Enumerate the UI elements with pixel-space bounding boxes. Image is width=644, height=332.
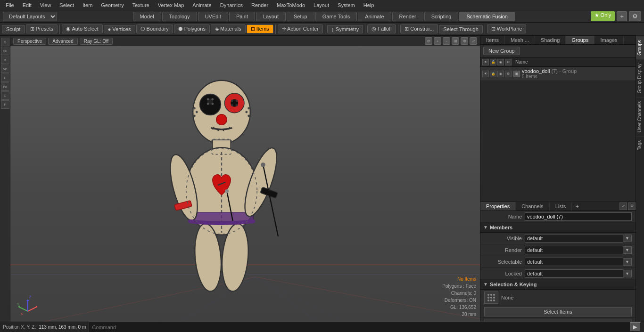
select-through-button[interactable]: Select Through — [439, 25, 482, 33]
locked-select[interactable]: default — [525, 269, 623, 278]
tab-items[interactable]: Items — [480, 36, 505, 44]
rs-tab-group-display[interactable]: Group Display — [636, 59, 644, 97]
tab-shading[interactable]: Shading — [535, 36, 566, 44]
auto-select-button[interactable]: ◉ Auto Select — [62, 24, 103, 33]
constrain-button[interactable]: ⊞ Constrai... — [400, 24, 438, 33]
sculpt-button[interactable]: Sculpt — [2, 25, 25, 33]
settings-button[interactable]: ⚙ — [629, 11, 641, 21]
layout-dropdown[interactable]: Default Layouts — [3, 12, 57, 21]
boundary-button[interactable]: ⬡ Boundary — [136, 24, 173, 33]
viewport[interactable]: Perspective Advanced Ray GL: Off ⟳ + - ⊞… — [10, 36, 480, 322]
sidebar-tool-7[interactable]: C — [1, 91, 9, 100]
menu-help[interactable]: Help — [360, 1, 378, 9]
sidebar-tool-6[interactable]: Po — [1, 82, 9, 91]
tab-channels[interactable]: Channels — [516, 202, 549, 211]
materials-button[interactable]: ◈ Materials — [211, 24, 246, 33]
menu-render[interactable]: Render — [248, 1, 272, 9]
group-lock-icon[interactable]: 🔒 — [490, 71, 496, 77]
menu-item[interactable]: Item — [79, 1, 96, 9]
command-input[interactable] — [89, 324, 630, 331]
sidebar-tool-2[interactable]: Du — [1, 47, 9, 55]
tab-uvedit[interactable]: UVEdit — [198, 12, 228, 21]
menu-maxtomodo[interactable]: MaxToModo — [273, 1, 309, 9]
sidebar-tool-4[interactable]: Ve — [1, 65, 9, 73]
group-settings-icon[interactable]: ⚙ — [505, 71, 512, 77]
viewport-icon-settings[interactable]: ⚙ — [461, 37, 468, 45]
menu-layout[interactable]: Layout — [310, 1, 333, 9]
tab-mesh[interactable]: Mesh ... — [505, 36, 535, 44]
items-button[interactable]: ⊡ Items — [247, 24, 273, 33]
props-icon-expand[interactable]: ⤢ — [619, 202, 627, 210]
viewport-icon-rotate[interactable]: ⟳ — [425, 37, 432, 45]
locked-arrow[interactable]: ▼ — [623, 270, 632, 277]
rs-tab-tags[interactable]: Tags — [636, 136, 644, 154]
polygons-button[interactable]: ⬢ Polygons — [174, 24, 210, 33]
menu-view[interactable]: View — [36, 1, 55, 9]
render-arrow[interactable]: ▼ — [623, 246, 632, 254]
tab-paint[interactable]: Paint — [229, 12, 255, 21]
tab-topology[interactable]: Topology — [162, 12, 197, 21]
tab-scripting[interactable]: Scripting — [424, 12, 459, 21]
menu-texture[interactable]: Texture — [129, 1, 153, 9]
falloff-button[interactable]: ◎ Falloff — [367, 24, 396, 33]
vertices-button[interactable]: ● Vertices — [104, 25, 135, 33]
menu-file[interactable]: File — [2, 1, 18, 9]
tab-images[interactable]: Images — [594, 36, 623, 44]
selectable-select[interactable]: default — [525, 258, 623, 266]
visible-arrow[interactable]: ▼ — [623, 235, 632, 242]
viewport-perspective-btn[interactable]: Perspective — [13, 38, 46, 45]
tab-groups[interactable]: Groups — [566, 36, 594, 44]
rs-tab-groups[interactable]: Groups — [636, 36, 644, 59]
sidebar-tool-3[interactable]: M — [1, 56, 9, 64]
menu-vertex-map[interactable]: Vertex Map — [154, 1, 188, 9]
menu-animate[interactable]: Animate — [189, 1, 215, 9]
menu-select[interactable]: Select — [56, 1, 78, 9]
tab-model[interactable]: Model — [133, 12, 161, 21]
symmetry-button[interactable]: ⫿ Symmetry — [327, 25, 363, 33]
sel-key-section-header[interactable]: ▼ Selection & Keying — [480, 280, 636, 290]
presets-button[interactable]: ⊞ Presets — [26, 24, 58, 33]
viewport-icon-fit[interactable]: ⊞ — [452, 37, 459, 45]
tab-animate[interactable]: Animate — [358, 12, 391, 21]
command-submit-button[interactable]: ▶ — [630, 322, 641, 332]
tab-properties[interactable]: Properties — [480, 202, 516, 211]
visible-select[interactable]: default — [525, 234, 623, 243]
new-group-button[interactable]: New Group — [483, 47, 520, 55]
tab-schematic-fusion[interactable]: Schematic Fusion — [459, 12, 514, 21]
viewport-icon-zoom-in[interactable]: + — [434, 37, 441, 45]
menu-geometry[interactable]: Geometry — [97, 1, 127, 9]
menu-edit[interactable]: Edit — [19, 1, 35, 9]
group-item-voodoo[interactable]: 👁 🔒 ◉ ⚙ ▣ voodoo_doll (7) - Group 5 Item… — [480, 67, 636, 81]
tab-layout[interactable]: Layout — [256, 12, 286, 21]
groups-list-icon-lock[interactable]: 🔒 — [490, 59, 496, 65]
menu-system[interactable]: System — [334, 1, 359, 9]
group-eye-icon[interactable]: 👁 — [482, 71, 489, 77]
groups-list-icon-eye[interactable]: 👁 — [482, 59, 489, 65]
groups-list-icon-render[interactable]: ◉ — [497, 59, 504, 65]
members-section-header[interactable]: ▼ Members — [480, 223, 636, 233]
tab-game-tools[interactable]: Game Tools — [315, 12, 357, 21]
viewport-raygl-btn[interactable]: Ray GL: Off — [80, 38, 113, 45]
select-items-button[interactable]: Select Items — [484, 307, 632, 316]
add-tab-button[interactable]: + — [573, 202, 581, 211]
rs-tab-user-channels[interactable]: User Channels — [636, 97, 644, 136]
tab-render[interactable]: Render — [392, 12, 423, 21]
render-select[interactable]: default — [525, 246, 623, 254]
viewport-icon-zoom-out[interactable]: - — [443, 37, 450, 45]
sidebar-tool-8[interactable]: F — [1, 100, 9, 109]
selectable-arrow[interactable]: ▼ — [623, 258, 632, 266]
action-center-button[interactable]: ✛ Action Center — [278, 24, 323, 33]
tab-lists[interactable]: Lists — [550, 202, 572, 211]
name-input[interactable] — [525, 212, 632, 221]
tab-setup[interactable]: Setup — [287, 12, 314, 21]
add-layout-button[interactable]: + — [617, 11, 627, 21]
sidebar-tool-1[interactable]: D — [1, 38, 9, 46]
viewport-icon-expand[interactable]: ⤢ — [470, 37, 477, 45]
sidebar-tool-5[interactable]: E — [1, 73, 9, 82]
group-render-icon[interactable]: ◉ — [497, 71, 504, 77]
viewport-advanced-btn[interactable]: Advanced — [48, 38, 77, 45]
props-icon-settings[interactable]: ⚙ — [628, 202, 636, 210]
groups-list-icon-settings[interactable]: ⚙ — [505, 59, 512, 65]
menu-dynamics[interactable]: Dynamics — [216, 1, 247, 9]
workplane-button[interactable]: ⊡ WorkPlane — [487, 24, 527, 33]
